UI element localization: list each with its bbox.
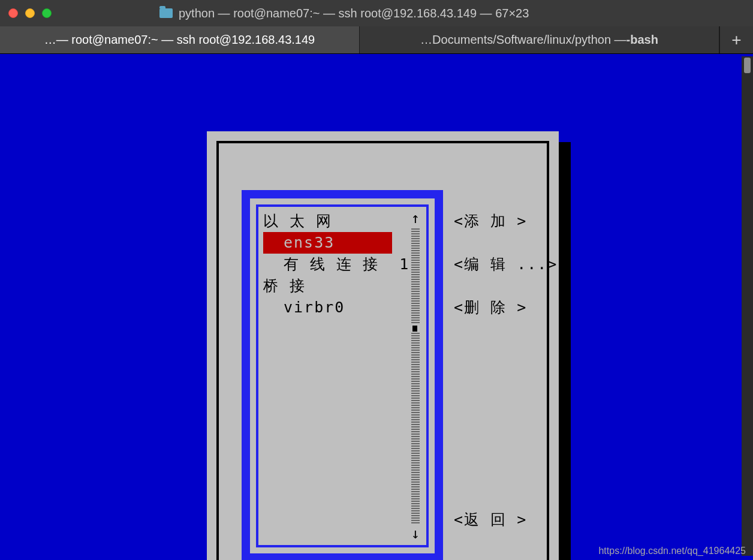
close-window-button[interactable] <box>8 8 18 18</box>
scroll-up-arrow-icon[interactable]: ↑ <box>411 210 420 226</box>
plus-icon: + <box>731 31 741 50</box>
scrollbar-seg <box>411 276 420 299</box>
edit-button[interactable]: <编 辑 ...> <box>454 254 558 275</box>
tab-label: …— root@name07:~ — ssh root@192.168.43.1… <box>44 33 315 47</box>
terminal-area: 以 太 网 ens33 有 线 连 接 1 桥 接 virbr0 ↑ <box>0 54 753 560</box>
tab-label-prefix: …Documents/Software/linux/python — <box>420 33 627 47</box>
minimize-window-button[interactable] <box>25 8 35 18</box>
list-item-ens33[interactable]: ens33 <box>263 232 392 254</box>
scrollbar-seg <box>411 333 420 356</box>
scrollbar-seg <box>411 228 420 251</box>
window-title: python — root@name07:~ — ssh root@192.16… <box>179 7 529 20</box>
connection-list: 以 太 网 ens33 有 线 连 接 1 桥 接 virbr0 <box>263 210 421 541</box>
terminal-canvas[interactable]: 以 太 网 ens33 有 线 连 接 1 桥 接 virbr0 ↑ <box>4 56 749 556</box>
dialog-actions: <添 加 > <编 辑 ...> <删 除 > <box>454 210 558 318</box>
spacer <box>454 232 558 254</box>
window-scrollbar[interactable] <box>742 56 753 556</box>
add-button[interactable]: <添 加 > <box>454 210 558 232</box>
folder-icon <box>159 8 173 18</box>
back-button[interactable]: <返 回 > <box>454 510 527 529</box>
list-item-wired-1[interactable]: 有 线 连 接 1 <box>263 254 421 275</box>
dialog-border: 以 太 网 ens33 有 线 连 接 1 桥 接 virbr0 ↑ <box>216 141 549 560</box>
scrollbar-track <box>411 226 420 526</box>
scrollbar-seg <box>411 405 420 427</box>
nmtui-dialog: 以 太 网 ens33 有 线 连 接 1 桥 接 virbr0 ↑ <box>207 131 559 560</box>
traffic-lights <box>8 8 52 18</box>
listbox-scrollbar[interactable]: ↑ <box>408 210 423 541</box>
tab-ssh-session[interactable]: …— root@name07:~ — ssh root@192.168.43.1… <box>0 26 360 53</box>
scrollbar-seg <box>411 357 420 380</box>
scrollbar-seg <box>411 453 420 475</box>
scrollbar-seg <box>411 429 420 451</box>
tab-bash-session[interactable]: …Documents/Software/linux/python — -bash <box>360 26 719 53</box>
connection-listbox-mid: 以 太 网 ens33 有 线 连 接 1 桥 接 virbr0 ↑ <box>250 198 435 553</box>
spacer <box>454 275 558 297</box>
connection-listbox-frame: 以 太 网 ens33 有 线 连 接 1 桥 接 virbr0 ↑ <box>242 190 443 560</box>
scrollbar-seg <box>411 381 420 404</box>
list-group-ethernet: 以 太 网 <box>263 210 421 232</box>
maximize-window-button[interactable] <box>42 8 52 18</box>
list-item-virbr0[interactable]: virbr0 <box>263 297 421 318</box>
list-group-bridge: 桥 接 <box>263 275 421 297</box>
delete-button[interactable]: <删 除 > <box>454 297 558 318</box>
window-scrollbar-thumb[interactable] <box>744 58 751 73</box>
scrollbar-seg <box>411 477 420 499</box>
connection-listbox[interactable]: 以 太 网 ens33 有 线 连 接 1 桥 接 virbr0 ↑ <box>256 204 429 547</box>
watermark-text: https://blog.csdn.net/qq_41964425 <box>598 546 746 556</box>
scrollbar-thumb[interactable] <box>411 324 420 332</box>
scroll-down-arrow-icon[interactable]: ↓ <box>411 526 420 541</box>
scrollbar-seg <box>411 300 420 323</box>
window-titlebar: python — root@name07:~ — ssh root@192.16… <box>0 0 753 26</box>
tab-bar: …— root@name07:~ — ssh root@192.168.43.1… <box>0 26 753 54</box>
tab-label-bold: -bash <box>627 33 658 47</box>
scrollbar-seg <box>411 252 420 275</box>
scrollbar-seg <box>411 501 420 523</box>
new-tab-button[interactable]: + <box>719 26 753 53</box>
